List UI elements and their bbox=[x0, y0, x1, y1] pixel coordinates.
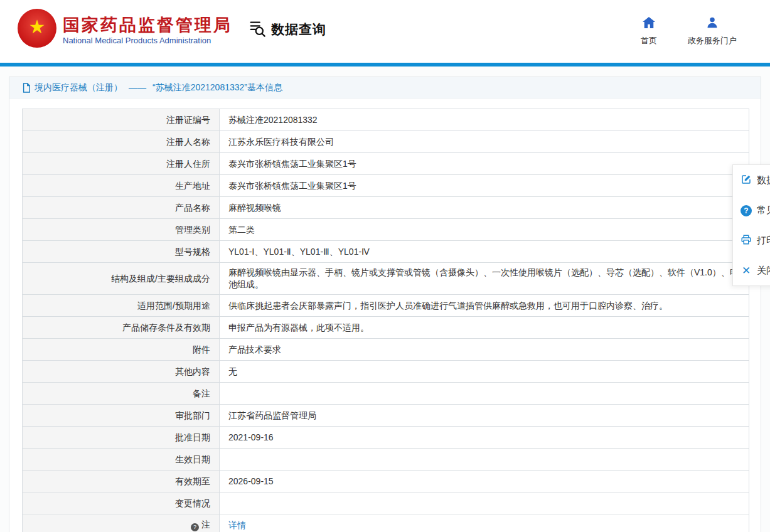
table-row: 批准日期2021-09-16 bbox=[23, 427, 749, 449]
org-name-en: National Medical Products Administration bbox=[63, 36, 211, 45]
tool-label: 关闭 bbox=[757, 265, 770, 277]
edit-icon bbox=[741, 174, 752, 187]
table-row: 适用范围/预期用途供临床挑起患者会厌部暴露声门，指引医护人员准确进行气道插管供麻… bbox=[23, 295, 749, 317]
national-emblem-logo: ★ bbox=[18, 9, 56, 48]
emblem-star-icon: ★ bbox=[29, 18, 46, 36]
table-row: 变更情况 bbox=[23, 492, 749, 514]
user-icon bbox=[706, 16, 719, 31]
table-row: 管理类别第二类 bbox=[23, 219, 749, 241]
nav-portal[interactable]: 政务服务门户 bbox=[684, 16, 741, 46]
breadcrumb-separator: —— bbox=[129, 83, 146, 93]
close-icon: ✕ bbox=[741, 265, 752, 277]
doc-search-icon bbox=[248, 19, 267, 40]
printer-icon bbox=[741, 234, 752, 247]
home-icon bbox=[642, 16, 656, 31]
table-row: 生产地址泰兴市张桥镇焦荡工业集聚区1号 bbox=[23, 175, 749, 197]
document-icon bbox=[22, 83, 31, 93]
note-icon: ? bbox=[191, 523, 199, 531]
tool-label: 常见 bbox=[757, 205, 770, 216]
section-title: 数据查询 bbox=[271, 21, 326, 38]
tool-label: 打印 bbox=[757, 235, 770, 247]
content-panel: 境内医疗器械（注册） —— “苏械注准20212081332”基本信息 注册证编… bbox=[9, 77, 761, 532]
table-row: 注册人住所泰兴市张桥镇焦荡工业集聚区1号 bbox=[23, 153, 749, 175]
data-query-section: 数据查询 bbox=[248, 19, 326, 40]
table-row: 备注 bbox=[23, 383, 749, 405]
header-accent-bar bbox=[0, 63, 770, 66]
table-row: 结构及组成/主要组成成分麻醉视频喉镜由显示器、手柄、镜片或支撑管或管镜（含摄像头… bbox=[23, 263, 749, 295]
table-row: 附件产品技术要求 bbox=[23, 339, 749, 361]
tool-close[interactable]: ✕ 关闭 bbox=[733, 256, 770, 285]
breadcrumb-category: 境内医疗器械（注册） bbox=[35, 82, 122, 93]
table-row: 产品储存条件及有效期申报产品为有源器械，此项不适用。 bbox=[23, 317, 749, 339]
page-title: “苏械注准20212081332”基本信息 bbox=[152, 82, 282, 93]
table-row: 有效期至2026-09-15 bbox=[23, 471, 749, 492]
org-name-cn: 国家药品监督管理局 bbox=[63, 14, 232, 36]
nav-home[interactable]: 首页 bbox=[635, 16, 663, 46]
table-row: 其他内容无 bbox=[23, 361, 749, 383]
note-label: 注 bbox=[201, 519, 210, 529]
detail-link[interactable]: 详情 bbox=[228, 520, 246, 530]
tool-data-query[interactable]: 数据 bbox=[733, 165, 770, 196]
site-header: ★ 国家药品监督管理局 National Medical Products Ad… bbox=[0, 0, 770, 63]
tool-faq[interactable]: ? 常见 bbox=[733, 196, 770, 225]
nav-home-label: 首页 bbox=[641, 35, 657, 46]
table-row: 注册人名称江苏永乐医疗科技有限公司 bbox=[23, 131, 749, 153]
side-tool-panel: 数据 ? 常见 打印 ✕ 关闭 bbox=[732, 164, 770, 286]
table-row: 产品名称麻醉视频喉镜 bbox=[23, 197, 749, 219]
table-row: 注册证编号苏械注准20212081332 bbox=[23, 109, 749, 131]
tool-label: 数据 bbox=[757, 174, 770, 186]
table-row: 审批部门江苏省药品监督管理局 bbox=[23, 405, 749, 427]
table-row: 型号规格YL01-Ⅰ、YL01-Ⅱ、YL01-Ⅲ、YL01-Ⅳ bbox=[23, 241, 749, 263]
question-icon: ? bbox=[741, 205, 752, 216]
table-row: ?注 详情 bbox=[23, 514, 749, 532]
registration-info-table: 注册证编号苏械注准20212081332 注册人名称江苏永乐医疗科技有限公司 注… bbox=[22, 109, 749, 532]
tool-print[interactable]: 打印 bbox=[733, 225, 770, 256]
nav-portal-label: 政务服务门户 bbox=[688, 35, 737, 46]
breadcrumb: 境内医疗器械（注册） —— “苏械注准20212081332”基本信息 bbox=[9, 77, 761, 98]
table-row: 生效日期 bbox=[23, 449, 749, 471]
